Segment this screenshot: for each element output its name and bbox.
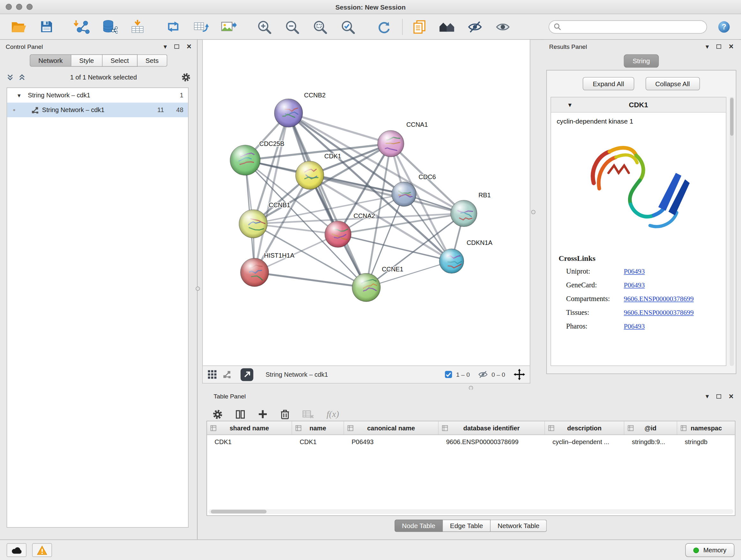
tab-style[interactable]: Style <box>71 54 103 67</box>
column-header[interactable]: shared name <box>207 421 292 434</box>
close-table-button[interactable]: × <box>729 392 734 400</box>
close-window-button[interactable] <box>6 4 12 10</box>
birdseye-button[interactable] <box>514 369 525 380</box>
expand-all-tree-button[interactable] <box>18 73 25 80</box>
collapse-all-results-button[interactable]: Collapse All <box>645 77 700 90</box>
minimize-window-button[interactable] <box>16 4 22 10</box>
show-columns-button[interactable] <box>235 409 245 419</box>
table-cell[interactable]: CDK1 <box>207 438 292 445</box>
crosslink-link[interactable]: 9606.ENSP00000378699 <box>624 309 694 317</box>
network-node-cdk1[interactable] <box>295 161 324 190</box>
zoom-window-button[interactable] <box>26 4 32 10</box>
network-edge[interactable] <box>255 272 366 287</box>
import-network-database-button[interactable] <box>99 16 121 38</box>
warnings-button[interactable] <box>32 543 52 557</box>
copy-document-button[interactable] <box>408 16 430 38</box>
add-column-button[interactable] <box>258 409 268 419</box>
search-input[interactable] <box>564 23 702 30</box>
collapse-all-button[interactable] <box>7 73 14 80</box>
new-network-button[interactable] <box>162 16 184 38</box>
column-header[interactable]: namespac <box>677 421 735 434</box>
tab-network[interactable]: Network <box>30 54 71 67</box>
network-edge[interactable] <box>255 113 288 272</box>
table-cell[interactable]: stringdb:9... <box>624 438 677 445</box>
crosslink-link[interactable]: P06493 <box>624 281 645 289</box>
column-header[interactable]: database identifier <box>439 421 545 434</box>
home-button[interactable] <box>436 16 458 38</box>
tab-select[interactable]: Select <box>103 54 137 67</box>
network-node-ccnb2[interactable] <box>274 99 303 127</box>
function-builder-button[interactable]: f(x) <box>327 409 339 420</box>
save-session-button[interactable] <box>36 16 57 38</box>
apply-layout-button[interactable] <box>373 16 394 38</box>
results-scrollbar[interactable] <box>730 97 734 366</box>
float-panel-button[interactable] <box>175 44 179 48</box>
show-eye-button[interactable] <box>492 16 514 38</box>
cloud-status-button[interactable] <box>7 543 26 557</box>
import-network-file-button[interactable] <box>71 16 92 38</box>
crosslink-link[interactable]: P06493 <box>624 267 645 275</box>
tab-string[interactable]: String <box>623 54 659 67</box>
right-splitter-handle[interactable] <box>531 210 536 214</box>
network-options-button[interactable] <box>182 72 191 81</box>
network-node-ccne1[interactable] <box>352 273 381 302</box>
tab-network-table[interactable]: Network Table <box>490 520 547 532</box>
network-graph[interactable]: CCNB2CCNA1CDC25BCDK1CDC6RB1CCNB1CCNA2CDK… <box>203 40 530 365</box>
network-node-ccna2[interactable] <box>325 221 351 247</box>
network-node-cdc6[interactable] <box>392 182 416 206</box>
crosslink-link[interactable]: 9606.ENSP00000378699 <box>624 295 694 303</box>
table-cell[interactable]: CDK1 <box>292 438 344 445</box>
hscroll-thumb[interactable] <box>211 509 266 513</box>
zoom-selected-button[interactable] <box>337 16 359 38</box>
collapse-results-button[interactable]: ▾ <box>705 43 709 50</box>
network-collection-row[interactable]: ▼ String Network – cdk1 1 <box>7 88 188 103</box>
column-header[interactable]: name <box>292 421 344 434</box>
left-splitter-handle[interactable] <box>196 287 200 291</box>
detach-view-button[interactable] <box>241 368 253 381</box>
memory-button[interactable]: Memory <box>685 543 735 557</box>
network-view-mode-button[interactable] <box>223 370 231 379</box>
table-cell[interactable]: 9606.ENSP00000378699 <box>439 438 545 445</box>
grid-view-button[interactable] <box>207 370 217 379</box>
table-hscrollbar[interactable] <box>208 509 733 514</box>
table-options-button[interactable] <box>212 409 222 419</box>
float-table-button[interactable] <box>717 394 721 398</box>
network-canvas[interactable]: CCNB2CCNA1CDC25BCDK1CDC6RB1CCNB1CCNA2CDK… <box>203 40 530 365</box>
network-edge[interactable] <box>288 113 391 144</box>
network-node-cdc25b[interactable] <box>230 145 260 175</box>
network-from-table-button[interactable] <box>190 16 212 38</box>
table-row[interactable]: CDK1CDK1P064939606.ENSP00000378699cyclin… <box>207 435 735 448</box>
table-cell[interactable]: cyclin–dependent ... <box>545 438 624 445</box>
column-header[interactable]: canonical name <box>344 421 439 434</box>
network-node-rb1[interactable] <box>451 200 477 227</box>
expand-all-button[interactable]: Expand All <box>583 77 634 90</box>
import-table-button[interactable] <box>127 16 148 38</box>
export-image-button[interactable] <box>218 16 240 38</box>
column-header[interactable]: description <box>545 421 624 434</box>
collapse-panel-button[interactable]: ▾ <box>163 43 166 50</box>
network-node-cdkn1a[interactable] <box>440 249 464 273</box>
network-node-ccna1[interactable] <box>378 131 404 157</box>
open-session-button[interactable] <box>8 16 29 38</box>
float-results-button[interactable] <box>717 44 721 48</box>
collapse-table-button[interactable]: ▾ <box>705 393 709 400</box>
close-panel-button[interactable]: × <box>187 43 192 51</box>
network-row[interactable]: ● String Network – cdk1 11 48 <box>7 103 188 117</box>
close-results-button[interactable]: × <box>729 43 734 51</box>
table-cell[interactable]: stringdb <box>677 438 735 445</box>
help-button[interactable]: ? <box>715 17 733 36</box>
zoom-in-button[interactable] <box>253 16 275 38</box>
gene-header[interactable]: ▼ CDK1 <box>551 98 726 112</box>
hide-glasses-button[interactable] <box>464 16 486 38</box>
column-header[interactable]: @id <box>624 421 677 434</box>
network-node-hist1h1a[interactable] <box>240 258 269 287</box>
zoom-fit-button[interactable] <box>309 16 331 38</box>
zoom-out-button[interactable] <box>281 16 303 38</box>
network-node-ccnb1[interactable] <box>239 210 267 238</box>
tab-sets[interactable]: Sets <box>137 54 167 67</box>
crosslink-link[interactable]: P06493 <box>624 322 645 330</box>
delete-column-button[interactable] <box>280 409 290 420</box>
tab-node-table[interactable]: Node Table <box>394 520 443 532</box>
table-cell[interactable]: P06493 <box>344 438 439 445</box>
tab-edge-table[interactable]: Edge Table <box>443 520 490 532</box>
